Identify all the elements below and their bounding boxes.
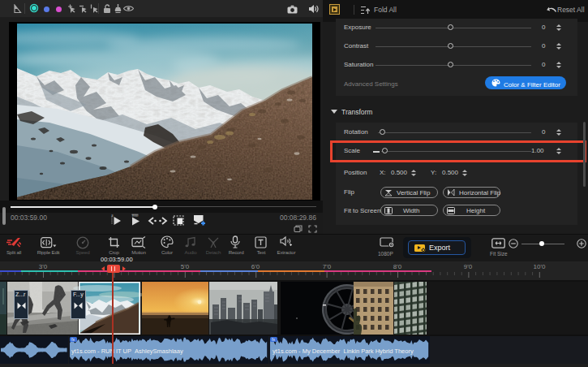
svg-text:7'0: 7'0 bbox=[323, 263, 332, 270]
svg-text:fx: fx bbox=[71, 337, 75, 342]
svg-text:5'0: 5'0 bbox=[181, 263, 190, 270]
svg-text:3'0: 3'0 bbox=[39, 263, 48, 270]
svg-text:B: B bbox=[112, 214, 114, 218]
svg-text:9'0: 9'0 bbox=[464, 263, 473, 270]
svg-text:8'0: 8'0 bbox=[393, 263, 402, 270]
svg-text:10'0: 10'0 bbox=[534, 263, 546, 270]
svg-text:6'0: 6'0 bbox=[251, 263, 260, 270]
svg-text:Enter: Enter bbox=[132, 214, 139, 218]
svg-text:fx: fx bbox=[272, 337, 275, 342]
